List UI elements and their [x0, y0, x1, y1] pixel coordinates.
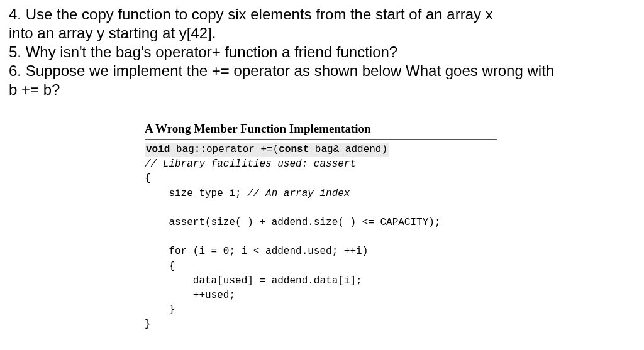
line-decl-a: size_type i;: [145, 188, 247, 199]
question-6-line-2: b += b?: [9, 80, 635, 99]
code-block: void bag::operator +=(const bag& addend)…: [145, 139, 497, 332]
code-listing: void bag::operator +=(const bag& addend)…: [145, 143, 497, 332]
line-assign: data[used] = addend.data[i];: [145, 275, 362, 287]
sig-end: bag& addend): [309, 144, 387, 155]
sig-mid: bag::operator +=(: [170, 144, 279, 155]
question-5: 5. Why isn't the bag's operator+ functio…: [9, 43, 635, 62]
code-section: A Wrong Member Function Implementation v…: [145, 122, 497, 332]
comment-index: // An array index: [247, 188, 350, 199]
question-4-line-1: 4. Use the copy function to copy six ele…: [9, 5, 635, 24]
question-4-line-2: into an array y starting at y[42].: [9, 24, 635, 43]
line-open-inner: {: [145, 261, 175, 272]
question-6-line-1: 6. Suppose we implement the += operator …: [9, 62, 635, 80]
line-close-inner: }: [145, 304, 175, 315]
brace-close: }: [145, 319, 151, 330]
kw-const: const: [279, 144, 309, 155]
line-assert: assert(size( ) + addend.size( ) <= CAPAC…: [145, 217, 440, 228]
line-inc: ++used;: [145, 290, 235, 301]
code-title: A Wrong Member Function Implementation: [145, 122, 497, 136]
line-for: for (i = 0; i < addend.used; ++i): [145, 246, 368, 257]
comment-lib: // Library facilities used: cassert: [145, 158, 356, 170]
code-signature: void bag::operator +=(const bag& addend): [145, 143, 389, 157]
question-block: 4. Use the copy function to copy six ele…: [0, 0, 644, 99]
kw-void: void: [146, 144, 170, 155]
brace-open: {: [145, 173, 151, 184]
